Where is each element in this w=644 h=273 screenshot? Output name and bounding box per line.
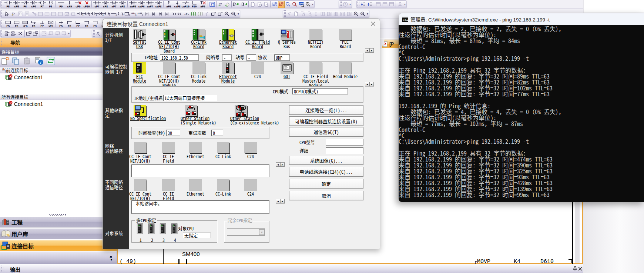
svg-text:−: −	[362, 12, 363, 15]
svg-text:9: 9	[135, 14, 137, 16]
svg-text:VAR=: VAR=	[131, 13, 136, 15]
svg-text:ST: ST	[210, 3, 214, 6]
svg-text:−: −	[232, 12, 234, 15]
svg-text:+: +	[355, 12, 356, 15]
svg-text:+: +	[226, 12, 227, 15]
svg-text:?: ?	[345, 3, 346, 6]
svg-text:<R>: <R>	[184, 13, 189, 16]
svg-text:C:\: C:\	[403, 18, 409, 21]
svg-text:+: +	[307, 3, 308, 5]
svg-text:0: 0	[142, 14, 143, 16]
